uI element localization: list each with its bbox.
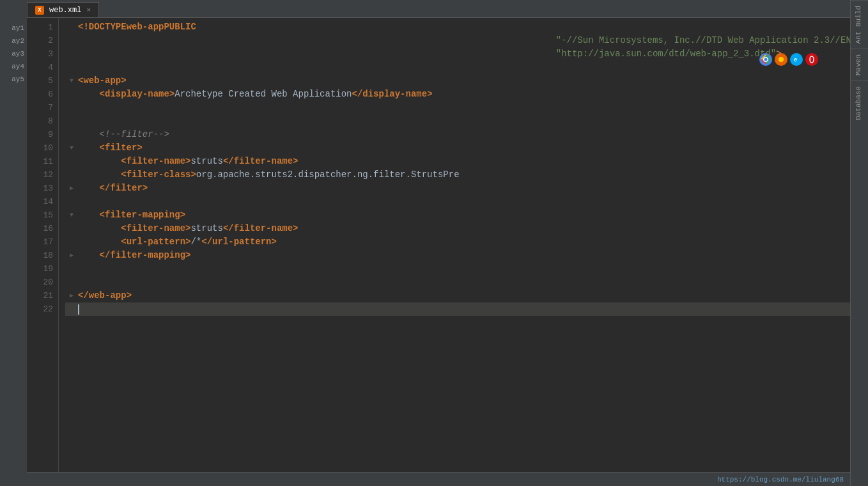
code-line-7 — [65, 101, 850, 114]
line-num-12: 12 — [43, 168, 53, 182]
line-num-13: 13 — [43, 182, 53, 195]
line-num-16: 16 — [43, 222, 53, 235]
fold-20 — [65, 278, 78, 287]
fold-5[interactable]: ▼ — [65, 76, 78, 86]
status-url: https://blog.csdn.me/liulang68 — [717, 476, 844, 483]
fold-15[interactable]: ▼ — [65, 210, 78, 220]
tab-filename: web.xml — [49, 6, 81, 15]
line-num-8: 8 — [48, 114, 53, 128]
fold-14 — [65, 197, 78, 207]
line-num-17: 17 — [43, 235, 53, 249]
line-num-4: 4 — [48, 61, 53, 74]
fold-17 — [65, 237, 78, 247]
fold-16 — [65, 224, 78, 233]
code-line-20 — [65, 276, 850, 289]
fold-12 — [65, 170, 78, 180]
left-sidebar: ay1 ay2 ay3 ay4 ay5 — [0, 0, 27, 486]
editor-container: X web.xml × — [27, 0, 850, 486]
code-line-3: "http://java.sun.com/dtd/web-app_2_3.dtd… — [65, 47, 850, 61]
line-num-5: 5 — [48, 74, 53, 88]
fold-4 — [65, 63, 78, 72]
maven-panel[interactable]: Maven — [851, 49, 868, 81]
day-label-5: ay5 — [0, 70, 27, 83]
code-line-11: <filter-name>struts</filter-name> — [65, 155, 850, 168]
fold-10[interactable]: ▼ — [65, 143, 78, 153]
fold-21[interactable]: ▶ — [65, 291, 78, 301]
code-line-21: ▶ </web-app> — [65, 289, 850, 302]
code-line-6: <display-name>Archetype Created Web Appl… — [65, 88, 850, 101]
line-num-18: 18 — [43, 249, 53, 262]
code-line-16: <filter-name>struts</filter-name> — [65, 222, 850, 235]
code-line-13: ▶ </filter> — [65, 182, 850, 195]
line-num-22: 22 — [43, 302, 53, 316]
fold-19 — [65, 264, 78, 274]
tab-bar: X web.xml × — [27, 0, 850, 18]
fold-2 — [65, 36, 78, 45]
fold-7 — [65, 103, 78, 113]
line-numbers: 1 2 3 4 5 6 7 8 9 10 11 12 13 14 15 16 1… — [27, 18, 59, 472]
fold-8 — [65, 116, 78, 126]
line-num-1: 1 — [48, 20, 53, 34]
code-line-4 — [65, 61, 850, 74]
xml-file-icon: X — [35, 6, 44, 15]
code-line-9: <!--filter--> — [65, 128, 850, 141]
file-tab[interactable]: X web.xml × — [27, 2, 99, 17]
code-line-14 — [65, 195, 850, 208]
fold-13[interactable]: ▶ — [65, 184, 78, 193]
code-line-19 — [65, 262, 850, 276]
line-num-11: 11 — [43, 155, 53, 168]
code-line-12: <filter-class>org.apache.struts2.dispatc… — [65, 168, 850, 182]
ant-build-panel[interactable]: Ant Build — [851, 0, 868, 49]
fold-22 — [65, 304, 78, 314]
code-line-15: ▼ <filter-mapping> — [65, 208, 850, 222]
line-num-7: 7 — [48, 101, 53, 114]
code-line-1: <!DOCTYPE web-app PUBLIC — [65, 20, 850, 34]
line-num-10: 10 — [43, 141, 53, 155]
code-line-17: <url-pattern>/*</url-pattern> — [65, 235, 850, 249]
day-label-1: ay1 — [0, 19, 27, 32]
fold-11 — [65, 157, 78, 166]
code-line-8 — [65, 114, 850, 128]
code-editor[interactable]: 1 2 3 4 5 6 7 8 9 10 11 12 13 14 15 16 1… — [27, 18, 850, 472]
line-num-3: 3 — [48, 47, 53, 61]
line-num-9: 9 — [48, 128, 53, 141]
fold-18[interactable]: ▶ — [65, 251, 78, 260]
line-num-6: 6 — [48, 88, 53, 101]
line-num-19: 19 — [43, 262, 53, 276]
right-sidebar: Ant Build Maven Database — [850, 0, 868, 486]
code-line-5: ▼ <web-app> — [65, 74, 850, 88]
fold-9 — [65, 130, 78, 139]
code-line-10: ▼ <filter> — [65, 141, 850, 155]
code-line-18: ▶ </filter-mapping> — [65, 249, 850, 262]
fold-6 — [65, 90, 78, 99]
fold-3 — [65, 49, 78, 59]
tab-close-button[interactable]: × — [86, 6, 91, 14]
code-line-2: "-//Sun Microsystems, Inc.//DTD Web Appl… — [65, 34, 850, 47]
database-panel[interactable]: Database — [851, 81, 868, 125]
day-label-2: ay2 — [0, 32, 27, 45]
line-num-15: 15 — [43, 208, 53, 222]
day-label-3: ay3 — [0, 45, 27, 58]
status-bar: https://blog.csdn.me/liulang68 — [27, 472, 850, 486]
line-num-21: 21 — [43, 289, 53, 302]
line-num-2: 2 — [48, 34, 53, 47]
line-num-14: 14 — [43, 195, 53, 208]
code-content[interactable]: <!DOCTYPE web-app PUBLIC "-//Sun Microsy… — [59, 18, 850, 472]
line-num-20: 20 — [43, 276, 53, 289]
fold-1 — [65, 22, 78, 32]
text-cursor — [78, 304, 79, 315]
day-label-4: ay4 — [0, 58, 27, 70]
code-line-22 — [65, 302, 850, 316]
